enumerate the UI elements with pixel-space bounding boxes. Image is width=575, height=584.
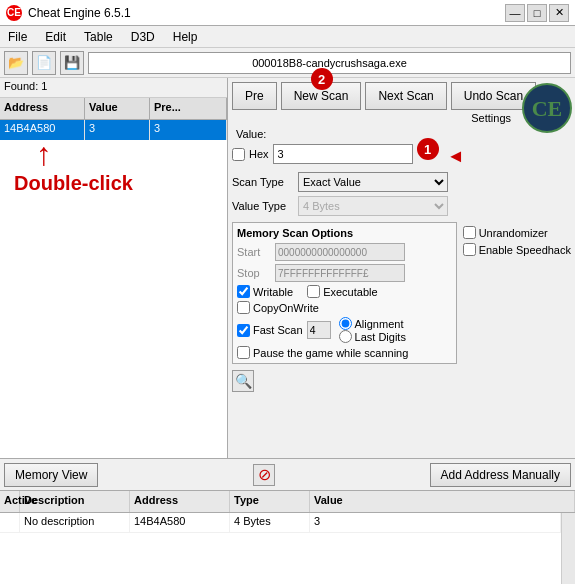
fast-scan-input[interactable] [307, 321, 331, 339]
addr-table-body: No description 14B4A580 4 Bytes 3 [0, 513, 575, 584]
main-area: Found: 1 Address Value Pre... 14B4A580 3… [0, 78, 575, 458]
col-address: Address [0, 98, 85, 119]
right-panel: CE Pre 2 New Scan Next Scan Undo Scan Se… [228, 78, 575, 458]
toolbar-btn-3[interactable]: 💾 [60, 51, 84, 75]
col-value: Value [85, 98, 150, 119]
menu-table[interactable]: Table [80, 28, 117, 46]
address-table: Active Description Address Type Value No… [0, 490, 575, 584]
value-type-label: Value Type [232, 200, 292, 212]
addr-table-scrollbar[interactable] [561, 513, 575, 584]
toolbar-btn-2[interactable]: 📄 [32, 51, 56, 75]
settings-label[interactable]: Settings [471, 112, 511, 124]
addr-col-value: Value [310, 491, 575, 512]
table-row[interactable]: 14B4A580 3 3 [0, 120, 227, 140]
menu-bar: File Edit Table D3D Help [0, 26, 575, 48]
addr-col-active: Active [0, 491, 20, 512]
writable-check[interactable]: Writable [237, 285, 293, 298]
addr-cell-active [0, 513, 20, 532]
addr-cell-value: 3 [310, 513, 561, 532]
bottom-btn-row: Memory View ⊘ Add Address Manually [0, 458, 575, 490]
menu-edit[interactable]: Edit [41, 28, 70, 46]
hex-checkbox[interactable] [232, 148, 245, 161]
addr-col-desc: Description [20, 491, 130, 512]
value-type-select: 4 Bytes [298, 196, 448, 216]
scan-area-toolbar: 🔍 [232, 370, 571, 392]
pause-check[interactable]: Pause the game while scanning [237, 346, 408, 359]
up-arrow-annotation: ↑ [36, 138, 52, 170]
toolbar: 📂 📄 💾 [0, 48, 575, 78]
menu-help[interactable]: Help [169, 28, 202, 46]
next-scan-button[interactable]: Next Scan [365, 82, 446, 110]
memory-scan-options: Memory Scan Options Start Stop Writable [232, 222, 457, 364]
value-input[interactable] [273, 144, 413, 164]
stop-row: Stop [237, 264, 452, 282]
stop-input [275, 264, 405, 282]
hex-label: Hex [249, 148, 269, 160]
app-title: Cheat Engine 6.5.1 [28, 6, 131, 20]
addr-row[interactable]: No description 14B4A580 4 Bytes 3 [0, 513, 561, 533]
value-type-row: Value Type 4 Bytes [232, 196, 571, 216]
hex-row: Hex 1 ◄ [232, 144, 571, 164]
toolbar-btn-1[interactable]: 📂 [4, 51, 28, 75]
annotation-badge-1: 1 [417, 138, 439, 160]
pointer-tool-button[interactable]: 🔍 [232, 370, 254, 392]
scan-type-label: Scan Type [232, 176, 292, 188]
scan-table-header: Address Value Pre... [0, 98, 227, 120]
found-bar: Found: 1 [0, 78, 227, 98]
close-button[interactable]: ✕ [549, 4, 569, 22]
start-label: Start [237, 246, 269, 258]
svg-text:CE: CE [532, 96, 563, 121]
scan-type-row: Scan Type Exact Value [232, 172, 571, 192]
addr-cell-type: 4 Bytes [230, 513, 310, 532]
executable-check[interactable]: Executable [307, 285, 377, 298]
fastscan-check[interactable]: Fast Scan [237, 324, 303, 337]
addr-table-header: Active Description Address Type Value [0, 491, 575, 513]
left-panel: Found: 1 Address Value Pre... 14B4A580 3… [0, 78, 228, 458]
minimize-button[interactable]: — [505, 4, 525, 22]
scan-type-select[interactable]: Exact Value [298, 172, 448, 192]
stop-label: Stop [237, 267, 269, 279]
cell-address: 14B4A580 [0, 120, 85, 140]
pre-button[interactable]: Pre [232, 82, 277, 110]
menu-file[interactable]: File [4, 28, 31, 46]
double-click-label: Double-click [14, 172, 133, 195]
right-side-checks: Unrandomizer Enable Speedhack [463, 222, 571, 368]
window-controls: — □ ✕ [505, 4, 569, 22]
addr-col-addr: Address [130, 491, 230, 512]
col-prev: Pre... [150, 98, 227, 119]
copyonwrite-row: CopyOnWrite [237, 301, 452, 314]
scan-table-body: 14B4A580 3 3 ↑ Double-click [0, 120, 227, 458]
maximize-button[interactable]: □ [527, 4, 547, 22]
ce-logo: CE [521, 82, 573, 134]
addr-cell-desc: No description [20, 513, 130, 532]
unrandomizer-check[interactable]: Unrandomizer [463, 226, 571, 239]
title-bar: CE Cheat Engine 6.5.1 — □ ✕ [0, 0, 575, 26]
start-row: Start [237, 243, 452, 261]
memory-view-button[interactable]: Memory View [4, 463, 98, 487]
speedhack-check[interactable]: Enable Speedhack [463, 243, 571, 256]
addr-cell-addr: 14B4A580 [130, 513, 230, 532]
cell-value: 3 [85, 120, 150, 140]
cancel-scan-button[interactable]: ⊘ [253, 464, 275, 486]
pause-row: Pause the game while scanning [237, 346, 452, 359]
left-arrow-annotation: ◄ [447, 146, 465, 167]
fastscan-row: Fast Scan Alignment Last Digits [237, 317, 452, 343]
menu-d3d[interactable]: D3D [127, 28, 159, 46]
writable-row: Writable Executable [237, 285, 452, 298]
cell-prev: 3 [150, 120, 227, 140]
add-address-button[interactable]: Add Address Manually [430, 463, 571, 487]
start-input [275, 243, 405, 261]
annotation-badge-2: 2 [311, 68, 333, 90]
mem-scan-title: Memory Scan Options [237, 227, 452, 239]
alignment-radio[interactable]: Alignment [339, 317, 406, 330]
lastdigits-radio[interactable]: Last Digits [339, 330, 406, 343]
addr-col-type: Type [230, 491, 310, 512]
value-label: Value: [236, 128, 266, 140]
copyonwrite-check[interactable]: CopyOnWrite [237, 301, 319, 314]
app-icon: CE [6, 5, 22, 21]
